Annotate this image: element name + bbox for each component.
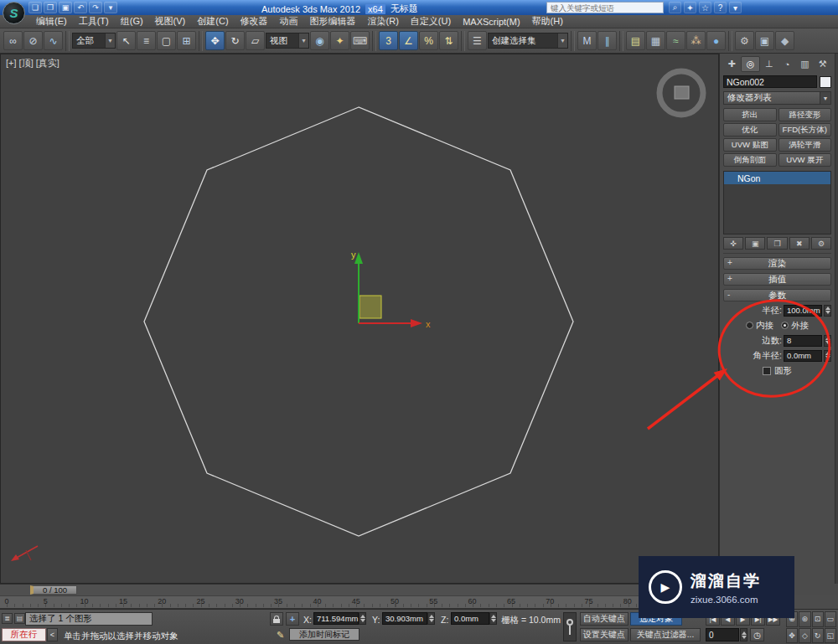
rollout-interpolation[interactable]: + 插值 — [723, 273, 831, 286]
frame-spinner[interactable] — [740, 628, 747, 641]
select-and-move-icon[interactable]: ✥ — [205, 31, 225, 50]
motion-tab[interactable]: ◔ — [779, 56, 795, 72]
set-keys-icon[interactable] — [563, 612, 577, 641]
app-logo-icon[interactable] — [3, 2, 25, 24]
time-slider-handle[interactable]: 0 / 100 — [30, 585, 77, 595]
named-selection-dropdown[interactable]: 创建选择集▼ — [488, 33, 568, 49]
sides-field[interactable]: 8 — [784, 335, 822, 347]
top-viewport[interactable]: [+] [顶] [真实] y x — [0, 54, 719, 584]
window-crossing-icon[interactable]: ⊞ — [177, 31, 196, 50]
show-end-result-icon[interactable]: ▣ — [745, 237, 765, 250]
select-and-manipulate-icon[interactable]: ✦ — [330, 31, 349, 50]
corner-radius-field[interactable]: 0.0mm — [784, 350, 822, 362]
mini-listener-toggle-icon[interactable]: ▤ — [14, 613, 25, 624]
pin-stack-icon[interactable]: ✜ — [723, 237, 743, 250]
modifier-button-7[interactable]: 倒角剖面 — [723, 153, 777, 167]
utilities-tab[interactable]: ⚒ — [815, 56, 831, 72]
select-and-scale-icon[interactable]: ▱ — [246, 31, 265, 50]
add-time-tag-field[interactable]: 添加时间标记 — [289, 628, 360, 641]
zoom-region-icon[interactable]: ▭ — [825, 611, 836, 627]
snaps-toggle-icon[interactable]: 3 — [379, 31, 398, 50]
align-icon[interactable]: ∥ — [597, 31, 617, 50]
modifier-button-3[interactable]: 优化 — [723, 123, 777, 137]
zoom-extents-icon[interactable]: ⊡ — [812, 611, 824, 627]
display-tab[interactable]: ▥ — [796, 56, 813, 72]
rollout-parameters[interactable]: - 参数 — [723, 289, 831, 301]
menu-item-9[interactable]: 渲染(R) — [362, 15, 405, 28]
spinner-snap-icon[interactable]: ⇅ — [439, 31, 458, 50]
time-slider[interactable]: 0 / 100 — [0, 584, 719, 595]
configure-modifier-sets-icon[interactable]: ⚙ — [811, 237, 831, 250]
search-icon[interactable]: ⌕ — [669, 2, 681, 13]
zoom-all-icon[interactable]: ⊛ — [799, 611, 810, 627]
menu-item-4[interactable]: 视图(V) — [149, 15, 192, 28]
listener-expand-button[interactable]: < — [47, 628, 58, 641]
inscribed-radio[interactable]: 内接 — [746, 320, 773, 332]
orbit-icon[interactable]: ↻ — [812, 628, 824, 644]
x-coordinate-field[interactable]: 711.594mm — [313, 612, 359, 625]
menu-item-11[interactable]: MAXScript(M) — [457, 15, 525, 28]
undo-icon[interactable]: ↶ — [74, 2, 87, 13]
y-spinner[interactable] — [427, 612, 435, 625]
modifier-button-4[interactable]: FFD(长方体) — [779, 123, 832, 137]
set-key-button[interactable]: 设置关键点 — [580, 628, 628, 641]
menu-item-6[interactable]: 修改器 — [235, 15, 274, 28]
z-spinner[interactable] — [489, 612, 497, 625]
viewport-navigation-ring[interactable] — [660, 71, 703, 115]
rectangular-selection-icon[interactable]: ▢ — [157, 31, 176, 50]
new-scene-icon[interactable]: ❏ — [28, 2, 42, 13]
use-pivot-center-icon[interactable]: ◉ — [310, 31, 329, 50]
circumscribed-radio[interactable]: 外接 — [781, 320, 809, 332]
edit-named-selections-icon[interactable]: ☰ — [468, 31, 487, 50]
mirror-icon[interactable]: M — [577, 31, 597, 50]
bind-to-space-warp-icon[interactable]: ∿ — [44, 31, 63, 50]
hierarchy-tab[interactable]: ⊥ — [761, 56, 778, 72]
curve-editor-icon[interactable]: ≈ — [666, 31, 685, 50]
stack-item-ngon[interactable]: NGon — [724, 172, 830, 184]
maximize-viewport-icon[interactable]: ◱ — [825, 628, 836, 644]
render-setup-icon[interactable]: ⚙ — [735, 31, 754, 50]
remove-modifier-icon[interactable]: ✖ — [789, 237, 810, 250]
search-input[interactable] — [547, 3, 663, 13]
material-editor-icon[interactable]: ● — [706, 31, 726, 50]
infocenter-menu-icon[interactable]: ▾ — [729, 2, 742, 13]
render-production-icon[interactable]: ◆ — [775, 31, 794, 50]
current-frame-field[interactable]: 0 — [706, 628, 739, 641]
modifier-stack[interactable]: NGon — [723, 171, 831, 234]
modifier-button-6[interactable]: 涡轮平滑 — [779, 138, 832, 152]
selection-lock-icon[interactable] — [270, 612, 283, 626]
select-and-rotate-icon[interactable]: ↻ — [225, 31, 245, 50]
circular-checkbox[interactable] — [763, 367, 771, 375]
menu-item-5[interactable]: 创建(C) — [191, 15, 234, 28]
rendered-frame-icon[interactable]: ▣ — [755, 31, 774, 50]
time-configuration-icon[interactable]: ◷ — [750, 628, 764, 641]
auto-key-button[interactable]: 自动关键点 — [580, 612, 628, 626]
open-file-icon[interactable]: ❐ — [44, 2, 57, 13]
redo-icon[interactable]: ↷ — [89, 2, 102, 13]
select-and-link-icon[interactable]: ∞ — [3, 31, 23, 50]
modifier-button-5[interactable]: UVW 贴图 — [723, 138, 777, 152]
select-object-icon[interactable]: ↖ — [116, 31, 136, 50]
workspace-dropdown-icon[interactable]: ▾ — [104, 2, 117, 13]
prompt-history-icon[interactable]: ≣ — [2, 613, 13, 624]
percent-snap-icon[interactable]: % — [419, 31, 438, 50]
modify-tab[interactable]: ◎ — [741, 56, 759, 72]
pan-icon[interactable]: ✥ — [786, 628, 798, 644]
panel-scrollbar[interactable] — [835, 54, 838, 584]
viewport-label[interactable]: [+] [顶] [真实] — [6, 57, 59, 70]
modifier-list-dropdown[interactable]: 修改器列表 ▼ — [723, 91, 831, 105]
object-name-field[interactable]: NGon002 — [723, 75, 817, 88]
x-spinner[interactable] — [359, 612, 366, 625]
y-coordinate-field[interactable]: 30.903mm — [382, 612, 427, 625]
selection-filter-dropdown[interactable]: 全部▼ — [72, 33, 116, 49]
angle-snap-icon[interactable]: ∠ — [399, 31, 418, 50]
maxscript-mini-listener[interactable]: 所在行 — [2, 628, 46, 641]
schematic-view-icon[interactable]: ⁂ — [686, 31, 706, 50]
menu-item-7[interactable]: 动画 — [274, 15, 304, 28]
object-color-swatch[interactable] — [820, 76, 831, 88]
key-filters-button[interactable]: 关键点过滤器... — [630, 628, 701, 641]
layer-manager-icon[interactable]: ▤ — [626, 31, 645, 50]
menu-item-8[interactable]: 图形编辑器 — [304, 15, 362, 28]
menu-item-1[interactable]: 编辑(E) — [30, 15, 73, 28]
save-file-icon[interactable]: ▣ — [59, 2, 72, 13]
